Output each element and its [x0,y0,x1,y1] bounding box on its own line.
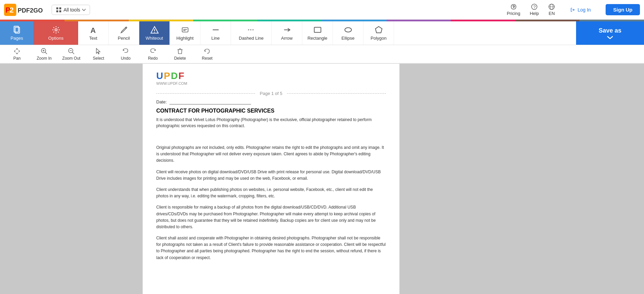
svg-point-19 [154,32,155,33]
help-link[interactable]: ? Help [530,3,539,16]
svg-text:A: A [90,26,96,34]
zoom-in-tool[interactable]: Zoom In [31,46,58,62]
highlight-tool[interactable]: Highlight [170,21,200,45]
polygon-icon [374,25,383,34]
all-tools-label: All tools [64,7,80,13]
whiteout-label: Whiteout [146,36,163,41]
polygon-label: Polygon [371,36,387,41]
contract-title: CONTRACT FOR PHOTOGRAPHIC SERVICES [156,108,386,114]
pan-tool[interactable]: Pan [3,46,31,62]
svg-rect-6 [56,10,58,12]
dashed-line-label: Dashed Line [239,36,264,41]
undo-icon [122,47,129,55]
undo-label: Undo [121,56,131,61]
doc-para-4: Client shall assist and cooperate with P… [156,235,386,261]
pencil-label: Pencil [118,36,130,41]
save-as-button[interactable]: Save as [576,21,644,45]
doc-para-0: Original photographs are not included, o… [156,144,386,164]
pages-label: Pages [11,36,23,41]
dashed-line-right [287,93,386,94]
whiteout-tool[interactable]: Whiteout [139,21,170,45]
sign-up-button[interactable]: Sign Up [606,4,640,15]
svg-point-15 [55,29,57,31]
select-icon [95,47,102,55]
select-tool[interactable]: Select [85,46,112,62]
language-selector[interactable]: EN [548,3,555,16]
doc-para-2: Client understands that when publishing … [156,187,386,199]
svg-rect-7 [59,10,61,12]
ellipse-label: Ellipse [341,36,354,41]
text-label: Text [89,36,97,41]
save-as-label: Save as [598,27,621,34]
updf-url: WWW.UPDF.COM [156,81,187,85]
delete-icon [176,47,184,55]
all-tools-button[interactable]: All tools [52,5,90,15]
zoom-out-icon [68,47,75,55]
undo-tool[interactable]: Undo [112,46,139,62]
highlight-label: Highlight [176,36,194,41]
dashed-line-left [156,93,255,94]
text-icon: A [89,25,98,34]
ellipse-tool[interactable]: Ellipse [333,21,363,45]
pages-icon [13,25,21,34]
chevron-down-icon [82,9,86,11]
select-label: Select [93,56,104,61]
help-label: Help [530,11,539,16]
arrow-tool[interactable]: Arrow [272,21,302,45]
date-area: Date: [156,99,386,104]
options-tool[interactable]: Options [34,21,78,45]
highlight-icon [181,25,190,34]
svg-rect-4 [56,7,58,9]
nav-right: Pricing ? Help EN Log In Sign Up [507,3,640,16]
zoom-out-tool[interactable]: Zoom Out [58,46,85,62]
pricing-label: Pricing [507,11,520,16]
svg-rect-26 [314,27,321,32]
right-gutter [399,64,644,294]
pan-icon [13,47,21,55]
reset-tool[interactable]: Reset [194,46,221,62]
grid-icon [56,7,61,13]
ellipse-icon [344,25,353,34]
left-gutter [0,64,143,294]
page-indicator: Page 1 of 5 [255,91,287,96]
log-in-button[interactable]: Log In [565,5,596,15]
redo-label: Redo [148,56,158,61]
rectangle-icon [313,25,322,34]
delete-label: Delete [174,56,186,61]
svg-text:?: ? [533,4,536,9]
whiteout-icon [150,25,159,34]
chevron-down-icon-saveas [607,36,613,39]
polygon-tool[interactable]: Polygon [363,21,394,45]
dashed-line-icon [247,25,256,34]
options-label: Options [48,36,64,41]
pencil-tool[interactable]: Pencil [109,21,139,45]
log-in-label: Log In [577,7,591,13]
logo-icon: P 2 PDF2GO [4,4,45,16]
pages-tool[interactable]: Pages [0,21,34,45]
pan-label: Pan [13,56,20,61]
line-icon [211,25,220,34]
text-tool[interactable]: A Text [78,21,109,45]
toolbar-row1: Pages Options A Text Pencil Whiteout [0,21,644,45]
updf-logo-text: UPDF [156,71,185,81]
rectangle-tool[interactable]: Rectangle [302,21,333,45]
page-indicator-area: Page 1 of 5 [156,91,386,96]
help-icon: ? [531,3,538,10]
redo-tool[interactable]: Redo [139,46,166,62]
delete-tool[interactable]: Delete [166,46,194,62]
svg-text:2: 2 [10,6,14,14]
arrow-label: Arrow [281,36,293,41]
options-icon [52,25,60,34]
globe-icon [548,3,555,10]
main-area: UPDF WWW.UPDF.COM Page 1 of 5 Date: CONT… [0,64,644,294]
logo-area: P 2 PDF2GO [4,4,45,16]
redo-icon [149,47,157,55]
pricing-link[interactable]: Pricing [507,3,520,16]
line-label: Line [211,36,220,41]
updf-watermark: UPDF WWW.UPDF.COM [156,71,187,85]
pdf-canvas[interactable]: UPDF WWW.UPDF.COM Page 1 of 5 Date: CONT… [143,64,399,294]
dashed-line-tool[interactable]: Dashed Line [231,21,272,45]
pricing-icon [510,3,517,10]
line-tool[interactable]: Line [200,21,231,45]
svg-line-35 [72,52,74,54]
